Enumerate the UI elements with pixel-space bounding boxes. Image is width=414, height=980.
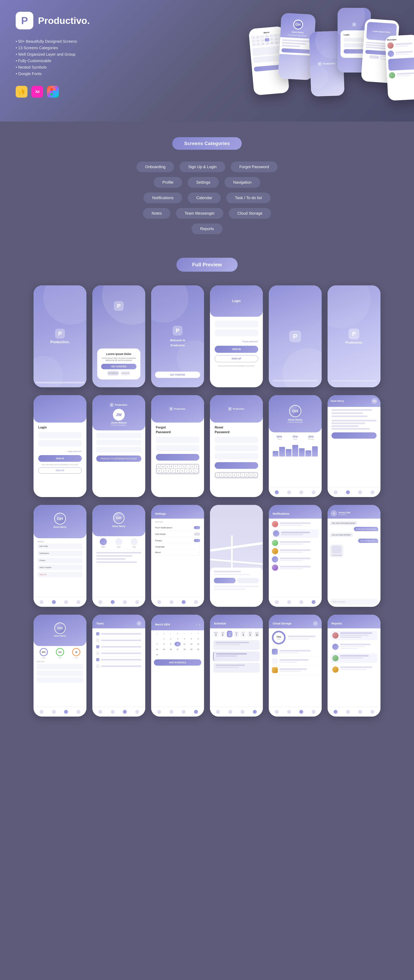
hero-phones: March S M T W T F S 1 2 3 4 5 6 7 8 (249, 4, 414, 118)
cat-reports[interactable]: Reports (191, 223, 223, 234)
svg-rect-8 (50, 91, 53, 93)
cat-calendar[interactable]: Calendar (188, 192, 221, 203)
cat-notifications[interactable]: Notifications (143, 192, 182, 203)
cat-task-todo[interactable]: Task / To-do list (226, 192, 270, 203)
preview-phone-forgot: P Productivo. Forgot Password Q (151, 395, 204, 497)
xd-badge: Xd (31, 86, 43, 98)
cat-forgot-password[interactable]: Forgot Password (231, 162, 277, 172)
cat-row-4: Notes Team Messenger Cloud Storage (143, 208, 271, 219)
feature-item: • Nested Symbols (16, 65, 114, 70)
figma-badge (47, 86, 59, 98)
logo-letter: P (21, 15, 28, 27)
cat-settings[interactable]: Settings (188, 177, 219, 188)
categories-section: Screens Categories Onboarding Sign Up & … (0, 121, 414, 246)
tool-badges: Xd (16, 86, 114, 98)
cat-navigation[interactable]: Navigation (225, 177, 260, 188)
preview-phone-chat: A Group Chat 3 members Hey, how is the p… (328, 505, 381, 607)
logo-box: P (16, 12, 33, 29)
preview-phone-splash1: P Productivo. (33, 285, 86, 387)
feature-item: • Well Organized Layer and Group (16, 52, 114, 57)
preview-phone-splash2: P (269, 285, 322, 387)
preview-title: Full Preview (177, 258, 237, 272)
hero-left-column: P Productivo. • 50+ Beautifully Designed… (16, 12, 114, 98)
svg-rect-9 (53, 91, 56, 93)
feature-item: • Fully Customizable (16, 59, 114, 63)
preview-row-2: Login Forgot password? SIGN IN OR CONTIN… (21, 395, 393, 497)
preview-phone-todo2: Tasks + (92, 615, 145, 717)
preview-phone-calendar1: March 2024 ‹ › S M T W T F (151, 615, 204, 717)
hero-section: P Productivo. • 50+ Beautifully Designed… (0, 0, 414, 121)
categories-grid: Onboarding Sign Up & Login Forgot Passwo… (137, 162, 277, 234)
logo-row: P Productivo. (16, 12, 114, 29)
preview-phone-profile1: P Productivo. JW Jacob Watson Frontend D… (92, 395, 145, 497)
preview-phone-todo1: GH Gene Henry 50% Tasks 15s Time (33, 615, 86, 717)
sketch-badge (16, 86, 27, 98)
svg-rect-10 (50, 93, 53, 95)
preview-section: Full Preview P Productivo. (0, 246, 414, 740)
feature-item: • 50+ Beautifully Designed Screens (16, 39, 114, 44)
cat-signup-login[interactable]: Sign Up & Login (180, 162, 225, 172)
cat-notes[interactable]: Notes (143, 208, 170, 219)
features-list: • 50+ Beautifully Designed Screens • 13 … (16, 39, 114, 76)
app-name: Productivo. (38, 15, 90, 26)
preview-phone-reset: P Productivo. Reset Password 1 (210, 395, 263, 497)
preview-phone-login1: Login Forgot password? SIGN IN SIGN UP O… (210, 285, 263, 387)
feature-item: • 13 Screens Categories (16, 46, 114, 50)
preview-phone-notifications: Notifications (269, 505, 322, 607)
cat-onboarding[interactable]: Onboarding (137, 162, 174, 172)
preview-row-4: GH Gene Henry 50% Tasks 15s Time (21, 615, 393, 717)
preview-phone-profile-edit: GH Gene Henry Options Edit Profile Notif… (33, 505, 86, 607)
preview-phone-profile-stats: GH Gene Henry Frontend Developer 50% Tas… (269, 395, 322, 497)
preview-phone-navigation (210, 505, 263, 607)
svg-marker-1 (22, 89, 24, 91)
preview-phone-welcome: P Welcome to Productive GET STARTED (151, 285, 204, 387)
preview-phone-cloud: Cloud Storage + 75%Used (269, 615, 322, 717)
cat-team-messenger[interactable]: Team Messenger (176, 208, 223, 219)
preview-phone-reports: Reports (328, 615, 381, 717)
svg-marker-2 (19, 89, 22, 91)
cat-row-2: Profile Settings Navigation (154, 177, 260, 188)
preview-phone-login2: Login Forgot password? SIGN IN OR CONTIN… (33, 395, 86, 497)
cat-row-5: Reports (191, 223, 223, 234)
cat-profile[interactable]: Profile (154, 177, 182, 188)
svg-rect-7 (53, 88, 56, 91)
phone-grid: P Productivo. P Lorem Ipsum Dolor Lorem … (21, 285, 393, 724)
svg-rect-6 (50, 88, 53, 91)
preview-phone-profile-details: Gene Henry GH (328, 395, 381, 497)
preview-phone-profile5: GH Gene Henry Tasks Done Files (92, 505, 145, 607)
hero-phone-chat: Messages (385, 35, 414, 101)
preview-phone-settings: Settings EMPTIES Push Notifications Dark… (151, 505, 204, 607)
cat-cloud-storage[interactable]: Cloud Storage (229, 208, 271, 219)
categories-title: Screens Categories (172, 137, 242, 150)
preview-row-3: GH Gene Henry Options Edit Profile Notif… (21, 505, 393, 607)
preview-phone-splash3: P Productivo. (328, 285, 381, 387)
preview-phone-calendar2: Schedule Mon4 Tue5 Wed6 Thu7 Fri8 Sat9 S… (210, 615, 263, 717)
cat-row-3: Notifications Calendar Task / To-do list (143, 192, 271, 203)
cat-row-1: Onboarding Sign Up & Login Forgot Passwo… (137, 162, 277, 172)
preview-phone-onboard: P Lorem Ipsum Dolor Lorem ipsum dolor si… (92, 285, 145, 387)
preview-row-1: P Productivo. P Lorem Ipsum Dolor Lorem … (21, 285, 393, 387)
feature-item: • Google Fonts (16, 72, 114, 76)
